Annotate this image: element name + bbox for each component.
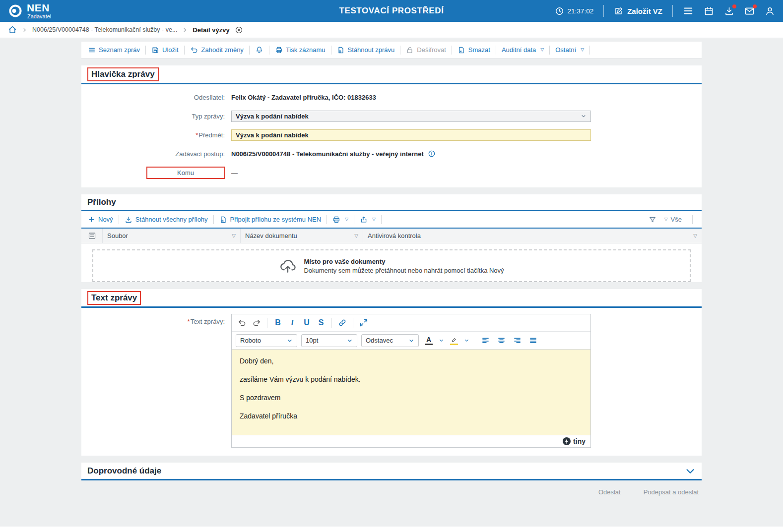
chevron-down-icon: ▽ — [540, 48, 544, 52]
calendar-icon[interactable] — [704, 6, 714, 16]
printer-icon — [332, 216, 340, 224]
chevron-down-icon[interactable] — [464, 338, 469, 343]
required-mark: * — [188, 318, 190, 325]
seznam-zprav-button[interactable]: Seznam zpráv — [86, 46, 141, 54]
share-icon — [360, 216, 368, 224]
redo-icon[interactable] — [250, 316, 263, 329]
info-icon[interactable] — [428, 150, 436, 158]
separator — [119, 215, 119, 224]
breadcrumb-procedure[interactable]: N006/25/V00004748 - Telekomunikační služ… — [32, 26, 177, 33]
create-vz-label: Založit VZ — [627, 7, 662, 15]
procedure-label: Zadávací postup: — [81, 150, 231, 158]
ostatni-button[interactable]: Ostatní ▽ — [554, 46, 586, 54]
chevron-down-icon: ▽ — [664, 217, 668, 222]
downloads-icon[interactable] — [724, 6, 734, 16]
align-left-icon[interactable] — [481, 336, 490, 345]
align-justify-icon[interactable] — [529, 336, 537, 345]
filter-vse-button[interactable]: ▽ Vše — [661, 216, 683, 223]
separator — [326, 215, 327, 224]
novy-button[interactable]: Nový — [86, 216, 115, 223]
chevron-down-icon: ▽ — [345, 217, 348, 222]
stahnout-vsechny-prilohy-button[interactable]: Stáhnout všechny přílohy — [123, 216, 209, 224]
auditni-data-button[interactable]: Auditní data ▽ — [500, 46, 545, 54]
separator — [184, 46, 185, 55]
expand-section-icon[interactable] — [685, 466, 696, 476]
page-bottom-strip — [0, 527, 783, 532]
filter-chevron-icon[interactable]: ▽ — [354, 234, 358, 238]
breadcrumb-separator-icon — [22, 27, 27, 33]
rich-text-editor: B I U S — [231, 314, 591, 448]
odeslat-button[interactable]: Odeslat — [598, 488, 621, 496]
document-gear-icon — [337, 46, 345, 54]
undo-icon[interactable] — [236, 316, 249, 329]
menu-icon[interactable] — [683, 5, 694, 16]
cloud-upload-icon — [279, 258, 297, 273]
brand-subtitle: Zadavatel — [27, 13, 51, 19]
align-right-icon[interactable] — [513, 336, 522, 345]
bold-icon[interactable]: B — [271, 316, 284, 329]
file-dropzone[interactable]: Místo pro vaše dokumenty Dokumenty sem m… — [92, 249, 691, 282]
chevron-down-icon: ▽ — [372, 217, 376, 222]
separator — [331, 318, 332, 328]
underline-icon[interactable]: U — [300, 316, 313, 329]
chevron-down-icon — [581, 113, 587, 119]
komu-button[interactable]: Komu — [146, 167, 225, 179]
strikethrough-icon[interactable]: S — [315, 316, 327, 329]
column-header-antivirova-kontrola[interactable]: Antivirová kontrola ▽ — [363, 229, 702, 243]
editor-paragraph: zasíláme Vám výzvu k podání nabídek. — [240, 375, 583, 383]
zahodit-zmeny-button[interactable]: Zahodit změny — [189, 46, 245, 54]
subject-input[interactable] — [231, 129, 591, 141]
smazat-button[interactable]: Smazat — [456, 46, 492, 54]
recipient-value: — — [231, 169, 238, 177]
required-mark: * — [196, 131, 198, 139]
stahnout-zpravu-button[interactable]: Stáhnout zprávu — [335, 46, 396, 54]
environment-title: TESTOVACÍ PROSTŘEDÍ — [339, 6, 444, 16]
chevron-down-icon[interactable] — [439, 338, 444, 343]
column-header-nazev-dokumentu[interactable]: Název dokumentu ▽ — [241, 229, 363, 243]
italic-icon[interactable]: I — [286, 316, 299, 329]
print-attachments-button[interactable]: ▽ — [331, 216, 350, 224]
procedure-value: N006/25/V00004748 - Telekomunikační služ… — [231, 150, 424, 158]
attachments-table-header: Soubor ▽ Název dokumentu ▽ Antivirová ko… — [81, 229, 702, 243]
fullscreen-icon[interactable] — [357, 316, 370, 329]
filter-icon[interactable] — [649, 216, 656, 224]
dropzone-title: Místo pro vaše dokumenty — [304, 258, 385, 265]
align-center-icon[interactable] — [497, 336, 506, 345]
column-header-soubor[interactable]: Soubor ▽ — [103, 229, 241, 243]
podepsat-a-odeslat-button[interactable]: Podepsat a odeslat — [644, 488, 699, 496]
editor-toolbar-row2: Roboto 10pt Odstavec — [232, 332, 590, 350]
column-settings-icon[interactable] — [81, 229, 103, 243]
message-type-select[interactable]: Výzva k podání nabídek — [231, 111, 591, 122]
create-vz-button[interactable]: Založit VZ — [614, 6, 662, 16]
desifrovat-button: Dešifrovat — [404, 46, 448, 54]
filter-chevron-icon[interactable]: ▽ — [693, 234, 697, 238]
pripojit-prilohu-button[interactable]: Připojit přílohu ze systému NEN — [218, 216, 323, 224]
separator — [249, 46, 250, 55]
chevron-down-icon — [347, 338, 353, 344]
list-icon — [88, 46, 96, 54]
watchdog-bell-icon[interactable] — [254, 46, 265, 54]
tisk-zaznamu-button[interactable]: Tisk záznamu — [273, 46, 327, 54]
close-tab-icon[interactable] — [235, 26, 243, 34]
separator — [331, 46, 331, 55]
separator — [267, 318, 267, 328]
notification-badge — [732, 4, 736, 8]
home-icon[interactable] — [8, 25, 17, 34]
clock-icon — [555, 6, 564, 16]
export-attachments-button[interactable]: ▽ — [358, 216, 377, 224]
unlock-icon — [406, 46, 414, 54]
text-color-button[interactable]: A — [423, 334, 435, 347]
separator — [589, 46, 590, 55]
user-icon[interactable] — [765, 6, 775, 16]
block-format-select[interactable]: Odstavec — [361, 334, 419, 347]
font-family-select[interactable]: Roboto — [236, 334, 297, 347]
filter-chevron-icon[interactable]: ▽ — [232, 234, 236, 238]
link-icon[interactable] — [336, 316, 349, 329]
notification-badge — [753, 4, 757, 8]
ulozit-button[interactable]: Uložit — [150, 46, 180, 54]
messages-icon[interactable] — [744, 6, 755, 16]
highlight-color-button[interactable] — [448, 334, 460, 347]
font-size-select[interactable]: 10pt — [301, 334, 357, 347]
editor-content-area[interactable]: Dobrý den, zasíláme Vám výzvu k podání n… — [232, 350, 590, 435]
highlighter-icon — [451, 336, 458, 343]
